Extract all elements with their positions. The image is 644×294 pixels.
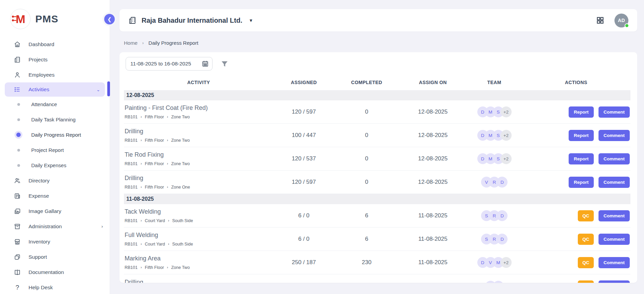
sidebar-item-project-report[interactable]: Project Report [0, 142, 110, 158]
sidebar-item-image-gallery[interactable]: Image Gallary [0, 203, 110, 219]
sidebar-item-administration[interactable]: Administration › [0, 219, 110, 234]
sidebar-item-projects[interactable]: Projects [0, 52, 110, 67]
activity-name: Drilling [125, 279, 271, 283]
team-avatars: S R D [467, 234, 522, 244]
sidebar-item-label: Dashboard [29, 41, 54, 47]
sidebar-item-attendance[interactable]: Attendance [0, 97, 110, 112]
column-header-activity: ACTIVITY [124, 80, 273, 85]
filter-funnel-icon[interactable] [221, 60, 228, 68]
sidebar-subitem-label: Attendance [31, 101, 57, 107]
qc-button[interactable]: QC [578, 210, 593, 221]
team-more-chip[interactable]: +2 [501, 257, 512, 268]
qc-button[interactable]: QC [578, 234, 593, 245]
team-avatar-chip[interactable]: D [497, 234, 508, 244]
report-button[interactable]: Report [569, 106, 594, 118]
team-avatar-chip[interactable]: D [497, 210, 508, 221]
report-button[interactable]: Report [569, 130, 594, 141]
comment-button[interactable]: Comment [599, 130, 630, 141]
table-header-row: ACTIVITY ASSIGNED COMPLETED ASSIGN ON TE… [124, 75, 630, 90]
sidebar-item-inventory[interactable]: Inventory [0, 234, 110, 249]
assigned-value: 250 / 187 [273, 259, 334, 266]
comment-button[interactable]: Comment [599, 280, 630, 283]
table-row: Marking Area RB101› Fifth Floor› Zone Tw… [124, 251, 630, 274]
sidebar-item-support[interactable]: Support [0, 249, 110, 264]
chevron-right-icon: › [141, 242, 142, 246]
overlapping-squares-icon [14, 253, 21, 261]
breadcrumb-home-link[interactable]: Home [124, 40, 137, 46]
path-segment: Zone Two [171, 115, 190, 119]
activity-name: Drilling [125, 128, 271, 135]
column-header-team: TEAM [467, 80, 522, 85]
comment-button[interactable]: Comment [599, 153, 630, 164]
completed-value: 0 [334, 179, 399, 185]
comment-button[interactable]: Comment [599, 210, 630, 221]
qc-button[interactable]: QC [578, 280, 593, 283]
team-avatar-chip[interactable]: R [493, 281, 504, 283]
activity-name: Painting - First Coat (Fire Red) [125, 104, 271, 112]
image-icon [14, 208, 21, 215]
path-segment: RB101 [125, 185, 137, 190]
comment-button[interactable]: Comment [599, 177, 630, 188]
sidebar-item-dashboard[interactable]: Dashboard [0, 37, 110, 52]
calendar-icon[interactable] [202, 60, 209, 67]
qc-button[interactable]: QC [578, 257, 593, 268]
team-avatars: D M S +2 [467, 130, 522, 141]
sidebar-item-daily-expenses[interactable]: Daily Expenses [0, 158, 110, 173]
column-header-assign-on: ASSIGN ON [399, 80, 467, 85]
sidebar-collapse-button[interactable]: ❮ [104, 14, 115, 24]
sidebar-item-employees[interactable]: Employees [0, 67, 110, 82]
comment-button[interactable]: Comment [599, 234, 630, 245]
apps-grid-icon[interactable] [596, 16, 604, 24]
sidebar-item-help-desk[interactable]: ? Help Desk [0, 280, 110, 294]
chevron-right-icon: › [142, 40, 144, 45]
user-menu[interactable]: AD [614, 14, 628, 27]
active-bullet-icon [16, 133, 21, 137]
activity-name: Full Welding [125, 232, 271, 239]
table-row: Drilling RB101› Fifth Floor› Zone One 12… [124, 171, 630, 194]
comment-button[interactable]: Comment [599, 106, 630, 118]
team-more-chip[interactable]: +2 [501, 106, 512, 117]
assigned-value: 120 / 537 [273, 155, 334, 162]
circuit-dots-icon [12, 15, 16, 24]
person-icon [14, 71, 21, 79]
activity-location-path: RB101› Court Yard› South Side [125, 242, 271, 247]
sidebar-item-activities[interactable]: Activities ⌄ [5, 82, 105, 97]
path-segment: Fifth Floor [145, 185, 164, 190]
assign-on-date: 12-08-2025 [399, 155, 467, 162]
app-title: PMS [35, 13, 58, 25]
building-icon [14, 56, 21, 63]
date-group-header: 12-08-2025 [124, 90, 630, 100]
app-logo: M PMS [0, 0, 110, 35]
team-more-chip[interactable]: +2 [501, 153, 512, 164]
sidebar-item-directory[interactable]: Directory [0, 173, 110, 188]
assign-on-date: 12-08-2025 [399, 109, 467, 115]
path-segment: Court Yard [145, 242, 165, 247]
activity-name: Marking Area [125, 255, 271, 262]
sidebar-item-daily-progress-report[interactable]: Daily Progress Report [0, 127, 110, 142]
team-avatars: V R D [467, 177, 522, 188]
assign-on-date: 12-08-2025 [399, 132, 467, 139]
chevron-right-icon: › [168, 242, 169, 246]
completed-value: 6 [334, 212, 399, 219]
report-button[interactable]: Report [569, 177, 594, 188]
sidebar-subitem-label: Project Report [31, 147, 64, 153]
comment-button[interactable]: Comment [599, 257, 630, 268]
sidebar-subitem-label: Daily Expenses [31, 162, 66, 168]
sidebar-item-label: Documentation [29, 269, 64, 275]
sidebar-item-daily-task-planning[interactable]: Daily Task Planning [0, 112, 110, 127]
report-button[interactable]: Report [569, 153, 594, 164]
assigned-value: 120 / 447 [273, 283, 334, 283]
table-row: Drilling RB101› Fifth Floor› Zone Two 10… [124, 124, 630, 147]
open-book-icon [14, 269, 21, 276]
sidebar-item-expense[interactable]: Expense [0, 188, 110, 203]
sidebar-item-label: Expense [29, 193, 49, 199]
team-more-chip[interactable]: +2 [501, 130, 512, 141]
team-avatar-chip[interactable]: D [497, 177, 508, 188]
completed-value: 0 [334, 132, 399, 139]
completed-value: 0 [334, 155, 399, 162]
table-row: Painting - First Coat (Fire Red) RB101› … [124, 100, 630, 124]
sidebar-item-documentation[interactable]: Documentation [0, 264, 110, 280]
assigned-value: 100 / 447 [273, 132, 334, 139]
company-selector[interactable]: Raja Bahadur International Ltd. ▼ [128, 16, 253, 24]
date-range-input[interactable] [126, 57, 213, 71]
